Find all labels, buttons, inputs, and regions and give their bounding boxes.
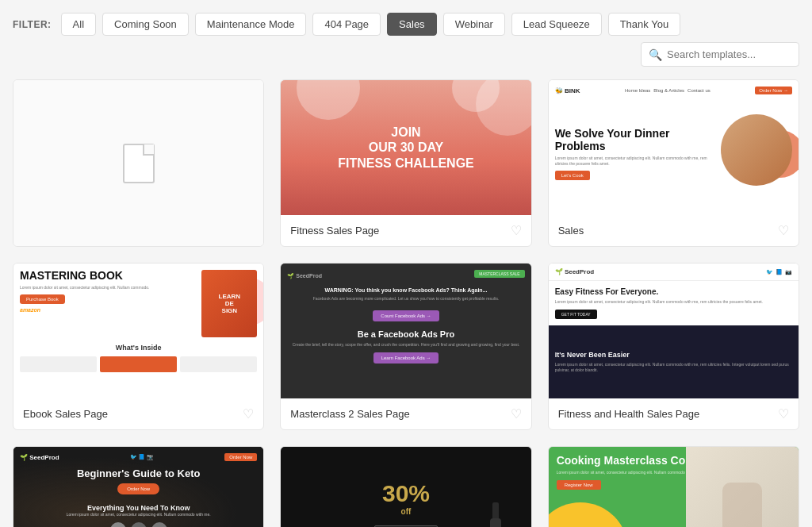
template-name-fitness-health: Fitness and Health Sales Page	[558, 408, 700, 420]
filter-all[interactable]: All	[61, 13, 96, 36]
template-thumb-keto[interactable]: 🌱 SeedProd 🐦 📘 📷 Order Now Beginner's Gu…	[13, 447, 263, 527]
ebook-cover-text: LEARNDESIGN	[219, 293, 241, 314]
template-card-masterclass2: 🌱 SeedProd MASTERCLASS SALE WARNING: You…	[280, 263, 531, 430]
heart-icon-fitness[interactable]: ♡	[511, 223, 522, 238]
fh-dark-headline: It's Never Been Easier	[555, 351, 792, 359]
filter-coming-soon[interactable]: Coming Soon	[102, 13, 189, 36]
keto-social: 🐦 📘 📷	[130, 454, 155, 460]
ebook-row-items	[20, 356, 257, 372]
masterclass-badge: MASTERCLASS SALE	[474, 270, 524, 278]
template-thumb-fitness-health[interactable]: 🌱 SeedProd 🐦 📘 📷 Easy Fitness For Everyo…	[549, 264, 799, 398]
heart-icon-sales[interactable]: ♡	[778, 223, 789, 238]
wine-thumb: 30% off Enter Your Email Get My Discount	[281, 447, 530, 527]
masterclass-desc: Create the brief, tell the story, scope …	[287, 342, 524, 348]
keto-thumb: 🌱 SeedProd 🐦 📘 📷 Order Now Beginner's Gu…	[13, 447, 263, 527]
heart-icon-fitness-health[interactable]: ♡	[778, 406, 789, 421]
fh-headline: Easy Fitness For Everyone.	[555, 287, 792, 296]
sales-headline: We Solve Your Dinner Problems	[555, 128, 716, 152]
fh-logo: 🌱 SeedProd	[555, 268, 595, 275]
fh-dark-section: It's Never Been Easier Lorem ipsum dolor…	[549, 325, 799, 398]
sales-food-image	[721, 114, 792, 186]
filter-label: FILTER:	[13, 19, 52, 30]
template-card-fitness-health: 🌱 SeedProd 🐦 📘 📷 Easy Fitness For Everyo…	[548, 263, 799, 430]
keto-logo: 🌱 SeedProd	[20, 454, 59, 461]
masterclass-cta-btn: Count Facebook Ads →	[373, 310, 439, 321]
fitness-title: JOINOUR 30 DAYFITNESS CHALLENGE	[338, 125, 474, 171]
masterclass-sub: Facebook Ads are becoming more complicat…	[287, 296, 524, 301]
filter-lead-squeeze[interactable]: Lead Squeeze	[511, 13, 602, 36]
fh-cta-btn: GET FIT TODAY	[555, 310, 597, 319]
template-thumb-wine[interactable]: 30% off Enter Your Email Get My Discount	[281, 447, 530, 527]
fh-nav-icons: 🐦 📘 📷	[766, 269, 792, 275]
sales-header-bar: 🐝 BINK Home Ideas Blog & Articles Contac…	[555, 87, 792, 94]
fh-social-fb: 📘	[776, 269, 783, 275]
keto-section-title: Everything You Need To Know	[20, 504, 257, 512]
cooking-thumb: Cooking Masterclass Course Lorem ipsum d…	[549, 447, 799, 527]
ebook-book-cover: LEARNDESIGN	[201, 270, 257, 337]
whats-inside-label: What's Inside	[20, 344, 257, 352]
search-wrapper: 🔍	[641, 42, 799, 67]
filter-sales[interactable]: Sales	[387, 13, 437, 36]
template-card-fitness-sales: JOINOUR 30 DAYFITNESS CHALLENGE Fitness …	[280, 79, 531, 247]
keto-avatars	[20, 522, 257, 527]
fh-cta-row: GET FIT TODAY	[555, 310, 792, 319]
sales-nav-item2: Blog & Articles	[653, 88, 684, 93]
masterclass-cta2: Learn Facebook Ads →	[373, 352, 439, 364]
template-name-ebook: Ebook Sales Page	[23, 408, 108, 420]
keto-social-icon: 🐦 📘 📷	[130, 454, 155, 460]
template-name-sales: Sales	[558, 225, 584, 237]
template-thumb-sales[interactable]: 🐝 BINK Home Ideas Blog & Articles Contac…	[549, 80, 799, 215]
template-thumb-cooking[interactable]: Cooking Masterclass Course Lorem ipsum d…	[549, 447, 799, 527]
filter-maintenance[interactable]: Maintenance Mode	[195, 13, 307, 36]
heart-icon-masterclass2[interactable]: ♡	[511, 406, 522, 421]
keto-cta-btn: Order Now	[117, 483, 159, 494]
template-card-blank: Blank Template ♡	[13, 79, 264, 247]
filter-404[interactable]: 404 Page	[312, 13, 381, 36]
amazon-btn: Purchase Book	[20, 294, 65, 304]
ebook-book-container: LEARNDESIGN	[201, 270, 257, 337]
sales-cta-btn: Let's Cook	[555, 171, 590, 180]
sales-main-content: We Solve Your Dinner Problems Lorem ipsu…	[555, 99, 792, 209]
fitness-deco-circle3	[476, 80, 531, 136]
template-footer-ebook: Ebook Sales Page ♡	[13, 398, 263, 429]
keto-section-desc: Lorem ipsum dolor sit amet, consectetur …	[20, 512, 257, 517]
ebook-item1	[20, 356, 97, 372]
wine-offer: 30% off	[382, 480, 430, 522]
masterclass-header: 🌱 SeedProd MASTERCLASS SALE	[287, 270, 524, 283]
wine-bottle-body	[490, 518, 501, 527]
keto-title: Beginner's Guide to Keto	[20, 467, 257, 480]
fh-social-twitter: 🐦	[766, 269, 773, 275]
template-name-fitness: Fitness Sales Page	[290, 225, 379, 237]
amazon-logo: amazon	[20, 307, 195, 313]
fh-desc: Lorem ipsum dolor sit amet, consectetur …	[555, 299, 792, 305]
fitness-thumb: JOINOUR 30 DAYFITNESS CHALLENGE	[281, 80, 530, 215]
fitness-health-thumb: 🌱 SeedProd 🐦 📘 📷 Easy Fitness For Everyo…	[549, 264, 799, 398]
filter-webinar[interactable]: Webinar	[443, 13, 505, 36]
wine-bottle-neck	[492, 502, 499, 518]
cooking-cta-btn: Register Now	[557, 480, 601, 490]
filter-thank-you[interactable]: Thank You	[608, 13, 680, 36]
keto-header: 🌱 SeedProd 🐦 📘 📷 Order Now	[20, 453, 257, 461]
template-card-cooking: Cooking Masterclass Course Lorem ipsum d…	[548, 446, 799, 527]
fitness-deco-circle1	[297, 80, 360, 120]
fh-dark-desc: Lorem ipsum dolor sit amet, consectetur …	[555, 362, 792, 373]
template-thumb-blank[interactable]	[13, 80, 263, 246]
search-input[interactable]	[641, 42, 799, 67]
wine-bottle	[484, 502, 508, 527]
heart-icon-ebook[interactable]: ♡	[243, 406, 254, 421]
sales-nav-item3: Contact us	[688, 88, 710, 93]
template-name-masterclass2: Masterclass 2 Sales Page	[290, 408, 409, 420]
ebook-item3	[180, 356, 257, 372]
template-thumb-fitness-sales[interactable]: JOINOUR 30 DAYFITNESS CHALLENGE	[281, 80, 530, 215]
template-footer-sales: Sales ♡	[549, 215, 799, 246]
ebook-thumb: MASTERING BOOK Lorem ipsum dolor sit ame…	[13, 264, 263, 398]
keto-order-btn: Order Now	[224, 453, 257, 461]
ebook-item2	[100, 356, 177, 372]
mastering-text: MASTERING BOOK	[20, 270, 195, 282]
fh-top-section: Easy Fitness For Everyone. Lorem ipsum d…	[549, 281, 799, 325]
cooking-right-img	[686, 447, 799, 527]
template-thumb-masterclass2[interactable]: 🌱 SeedProd MASTERCLASS SALE WARNING: You…	[281, 264, 530, 398]
sales-nav-item1: Home Ideas	[625, 88, 650, 93]
masterclass-main-title: Be a Facebook Ads Pro	[287, 329, 524, 339]
template-thumb-ebook[interactable]: MASTERING BOOK Lorem ipsum dolor sit ame…	[13, 264, 263, 398]
